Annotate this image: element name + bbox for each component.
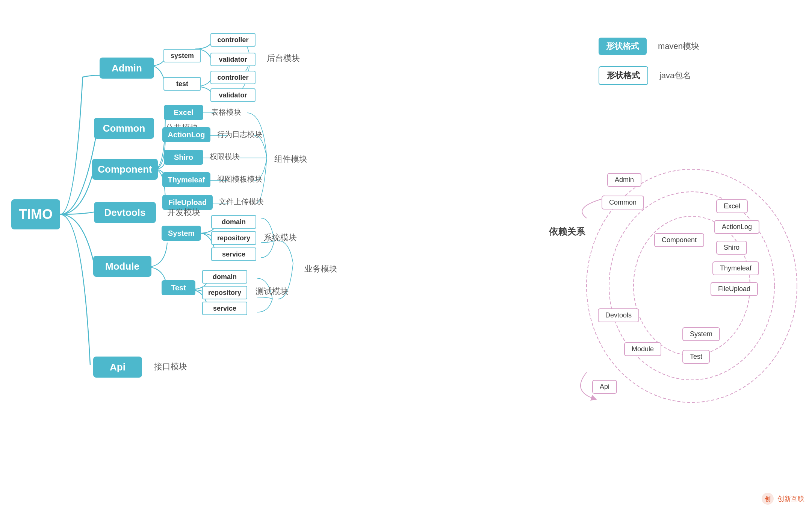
module-label: 业务模块 <box>304 263 337 275</box>
dep-fileupload: FileUpload <box>711 282 758 296</box>
system-label: 系统模块 <box>264 232 297 243</box>
test-controller-node: controller <box>210 71 256 84</box>
sys-service-node: service <box>211 247 256 261</box>
watermark-icon: 创 <box>761 492 774 505</box>
sys-validator-node: validator <box>210 53 256 66</box>
common-node: Common <box>94 118 154 139</box>
module-node: Module <box>93 256 151 277</box>
legend-filled-box: 形状格式 <box>599 38 647 55</box>
system-node: System <box>162 226 201 241</box>
fileupload-label: 文件上传模块 <box>219 197 264 207</box>
component-node: Component <box>92 159 158 180</box>
admin-system-node: system <box>163 49 201 62</box>
sys-domain-node: domain <box>211 215 256 229</box>
devtools-node: Devtools <box>94 202 156 223</box>
thymeleaf-node: Thymeleaf <box>162 172 210 187</box>
dep-common: Common <box>602 196 644 209</box>
actionlog-label: 行为日志模块 <box>217 129 262 140</box>
actionlog-node: ActionLog <box>162 127 210 142</box>
thymeleaf-label: 视图模板模块 <box>217 174 262 184</box>
api-node: Api <box>93 357 142 378</box>
dep-admin: Admin <box>607 173 641 187</box>
api-label: 接口模块 <box>154 361 187 372</box>
dep-test: Test <box>682 350 710 364</box>
watermark: 创 创新互联 <box>761 492 804 505</box>
component-label: 组件模块 <box>274 153 307 165</box>
legend-item-maven: 形状格式 maven模块 <box>599 38 699 55</box>
watermark-text: 创新互联 <box>777 494 804 503</box>
diagram-container: TIMO Admin system test controller valida… <box>0 0 812 513</box>
legend-outline-desc: java包名 <box>659 70 691 81</box>
test-repo-node: repository <box>202 286 247 299</box>
dependency-diagram: 依赖关系 Admin Common Component Devtools Mod… <box>549 150 804 414</box>
dep-excel: Excel <box>716 199 748 213</box>
dep-shiro: Shiro <box>716 241 747 255</box>
test-module-label: 测试模块 <box>256 286 289 297</box>
test-domain-node: domain <box>202 270 247 284</box>
legend-outline-box: 形状格式 <box>599 66 648 85</box>
legend-filled-desc: maven模块 <box>658 41 699 52</box>
admin-node: Admin <box>100 58 154 79</box>
dep-lines-svg <box>549 150 804 414</box>
dep-title: 依赖关系 <box>549 226 585 238</box>
test-validator-node: validator <box>210 88 256 102</box>
legend: 形状格式 maven模块 形状格式 java包名 <box>599 38 699 96</box>
dep-system: System <box>682 327 720 341</box>
dep-api: Api <box>592 380 617 394</box>
shiro-node: Shiro <box>164 150 203 165</box>
admin-test-node: test <box>163 77 201 91</box>
legend-item-java: 形状格式 java包名 <box>599 66 699 85</box>
dep-module: Module <box>624 342 661 356</box>
sys-controller-node: controller <box>210 33 256 47</box>
timo-node: TIMO <box>11 199 60 229</box>
admin-label: 后台模块 <box>267 53 300 64</box>
devtools-label: 开发模块 <box>167 207 200 218</box>
dep-actionlog: ActionLog <box>714 220 759 234</box>
dep-component: Component <box>654 233 704 247</box>
shiro-label: 权限模块 <box>210 152 240 162</box>
sys-repo-node: repository <box>211 231 256 245</box>
dep-devtools: Devtools <box>598 308 639 322</box>
dep-thymeleaf: Thymeleaf <box>712 261 759 275</box>
test-node: Test <box>162 280 195 295</box>
excel-label: 表格模块 <box>211 107 241 117</box>
excel-node: Excel <box>164 105 203 120</box>
svg-text:创: 创 <box>764 496 771 502</box>
test-service-node: service <box>202 302 247 315</box>
